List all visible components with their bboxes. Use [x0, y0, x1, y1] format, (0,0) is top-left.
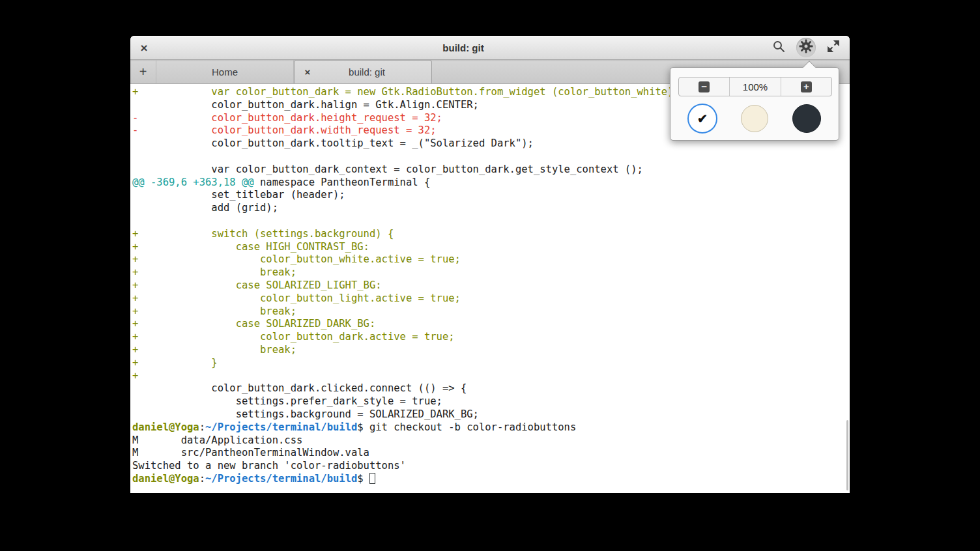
terminal-line: [132, 150, 850, 163]
new-tab-button[interactable]: +: [130, 60, 156, 83]
tab-build-git[interactable]: × build: git: [294, 60, 432, 83]
terminal-cursor: [369, 473, 375, 484]
terminal-line: + color_button_white.active = true;: [132, 253, 850, 266]
terminal-line: + }: [132, 357, 850, 370]
tab-label: build: git: [321, 66, 431, 78]
window-title: build: git: [158, 42, 769, 53]
terminal-view[interactable]: + var color_button_dark = new Gtk.RadioB…: [130, 84, 850, 493]
terminal-line: + case SOLARIZED_DARK_BG:: [132, 318, 850, 331]
zoom-level: 100%: [729, 78, 780, 96]
terminal-line: + color_button_light.active = true;: [132, 292, 850, 305]
zoom-level-value: 100%: [743, 81, 768, 92]
tab-home[interactable]: Home: [156, 60, 294, 83]
theme-circle-light[interactable]: [741, 105, 768, 132]
terminal-line: +: [132, 370, 850, 383]
zoom-out-button[interactable]: −: [679, 78, 729, 96]
terminal-line: settings.prefer_dark_style = true;: [132, 395, 850, 408]
tab-label: Home: [212, 66, 238, 78]
terminal-line: daniel@Yoga:~/Projects/terminal/build$ g…: [132, 421, 850, 434]
theme-circle-white[interactable]: ✔: [687, 104, 717, 134]
terminal-line: daniel@Yoga:~/Projects/terminal/build$: [132, 473, 850, 486]
minus-icon: −: [699, 81, 710, 92]
terminal-line: + break;: [132, 305, 850, 318]
fullscreen-button[interactable]: [824, 38, 843, 57]
terminal-line: @@ -369,6 +363,18 @@ namespace PantheonT…: [132, 177, 850, 190]
zoom-control: − 100% +: [678, 77, 832, 96]
zoom-in-button[interactable]: +: [781, 78, 831, 96]
terminal-line: color_button_dark.clicked.connect (() =>…: [132, 382, 850, 395]
terminal-line: M src/PantheonTerminalWindow.vala: [132, 447, 850, 460]
terminal-line: settings.background = SOLARIZED_DARK_BG;: [132, 408, 850, 421]
terminal-line: + case SOLARIZED_LIGHT_BG:: [132, 279, 850, 292]
terminal-line: var color_button_dark_context = color_bu…: [132, 163, 850, 177]
terminal-line: + break;: [132, 266, 850, 279]
settings-button[interactable]: [796, 38, 816, 57]
terminal-line: add (grid);: [132, 202, 850, 215]
terminal-line: set_titlebar (header);: [132, 189, 850, 202]
search-button[interactable]: [769, 38, 788, 57]
window-close-button[interactable]: ×: [130, 36, 158, 60]
titlebar: × build: git: [130, 36, 850, 60]
check-icon: ✔: [697, 111, 708, 126]
scrollbar-thumb[interactable]: [846, 420, 848, 490]
terminal-line: + color_button_dark.active = true;: [132, 331, 850, 344]
tab-close-icon[interactable]: ×: [295, 66, 321, 78]
search-icon: [772, 40, 785, 55]
terminal-line: M data/Application.css: [132, 434, 850, 447]
terminal-output: + var color_button_dark = new Gtk.RadioB…: [132, 86, 850, 486]
expand-arrows-icon: [827, 40, 840, 55]
settings-popover: − 100% + ✔: [670, 67, 839, 141]
plus-icon: +: [801, 81, 812, 92]
terminal-line: Switched to a new branch 'color-radiobut…: [132, 460, 850, 473]
gear-icon: [799, 39, 813, 56]
terminal-line: [132, 215, 850, 228]
theme-circle-dark[interactable]: [792, 104, 821, 133]
terminal-line: + case HIGH_CONTRAST_BG:: [132, 241, 850, 254]
terminal-line: + break;: [132, 344, 850, 357]
terminal-line: + switch (settings.background) {: [132, 228, 850, 241]
titlebar-actions: [769, 38, 850, 57]
